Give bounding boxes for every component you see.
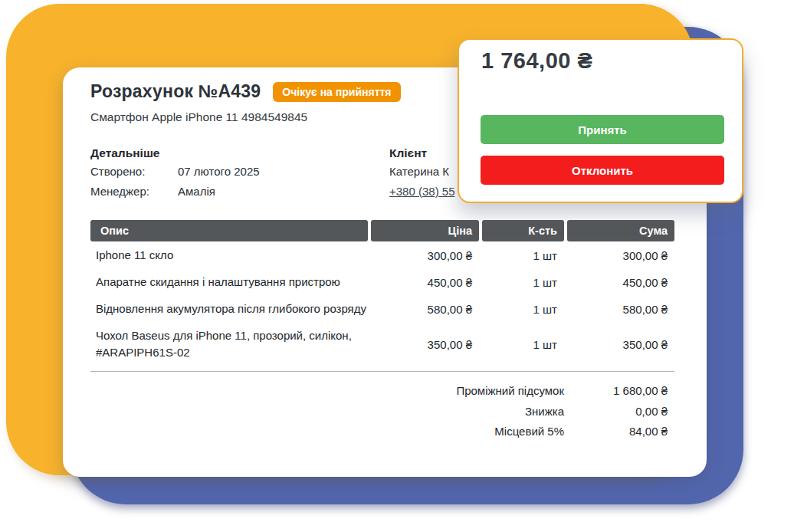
item-sum: 350,00 ₴ xyxy=(567,338,674,351)
discount-label: Знижка xyxy=(90,402,564,422)
table-row: Iphone 11 скло 300,00 ₴ 1 шт 300,00 ₴ xyxy=(90,241,674,268)
item-sum: 580,00 ₴ xyxy=(567,303,674,316)
item-price: 350,00 ₴ xyxy=(371,338,479,351)
item-sum: 450,00 ₴ xyxy=(567,276,674,289)
created-label: Створено: xyxy=(90,162,178,182)
items-table-header: Опис Ціна К-сть Сума xyxy=(90,220,674,241)
popup-total-amount: 1 764,00 ₴ xyxy=(481,48,592,74)
page-title: Розрахунок №А439 xyxy=(90,81,261,102)
manager-label: Менеджер: xyxy=(90,182,178,202)
tax-value: 84,00 ₴ xyxy=(564,422,674,442)
item-description: Відновлення акумулятора після глибокого … xyxy=(90,300,368,317)
details-column: Детальніше Створено: 07 лютого 2025 Мене… xyxy=(90,145,389,201)
table-row: Апаратне скидання і налаштування пристро… xyxy=(90,268,674,295)
discount-row: Знижка 0,00 ₴ xyxy=(90,402,674,422)
popup-buttons: Принять Отклонить xyxy=(481,115,724,185)
subtotal-label: Проміжний підсумок xyxy=(90,381,564,402)
client-name: Катерина К xyxy=(389,162,454,182)
column-header-description: Опис xyxy=(90,220,368,241)
decline-button[interactable]: Отклонить xyxy=(481,156,724,185)
details-heading: Детальніше xyxy=(90,145,389,162)
item-qty: 1 шт xyxy=(482,276,564,289)
details-row: Менеджер: Амалія xyxy=(90,182,389,202)
item-price: 300,00 ₴ xyxy=(371,249,479,262)
item-qty: 1 шт xyxy=(482,338,564,351)
item-price: 450,00 ₴ xyxy=(371,276,479,289)
table-row: Відновлення акумулятора після глибокого … xyxy=(90,295,674,322)
column-header-sum: Сума xyxy=(567,220,674,241)
column-header-qty: К-сть xyxy=(482,220,564,241)
item-qty: 1 шт xyxy=(482,249,564,262)
item-description: Апаратне скидання і налаштування пристро… xyxy=(90,274,368,291)
item-sum: 300,00 ₴ xyxy=(567,249,674,262)
approval-popup: 1 764,00 ₴ Принять Отклонить xyxy=(458,38,743,203)
hero-illustration: Розрахунок №А439 Очікує на прийняття Сма… xyxy=(0,0,794,532)
client-phone-link[interactable]: +380 (38) 55 xyxy=(389,185,454,198)
totals-section: Проміжний підсумок 1 680,00 ₴ Знижка 0,0… xyxy=(90,381,674,442)
subtotal-value: 1 680,00 ₴ xyxy=(564,381,674,402)
discount-value: 0,00 ₴ xyxy=(564,402,674,422)
created-value: 07 лютого 2025 xyxy=(178,162,260,182)
item-description: Чохол Baseus для iPhone 11, прозорий, си… xyxy=(90,327,368,361)
subtotal-row: Проміжний підсумок 1 680,00 ₴ xyxy=(90,381,674,402)
manager-value: Амалія xyxy=(178,182,215,202)
accept-button[interactable]: Принять xyxy=(481,115,724,144)
items-table: Опис Ціна К-сть Сума Iphone 11 скло 300,… xyxy=(90,220,674,366)
client-heading: Клієнт xyxy=(389,145,454,162)
totals-divider xyxy=(90,371,674,372)
client-column: Клієнт Катерина К +380 (38) 55 xyxy=(389,145,454,201)
item-qty: 1 шт xyxy=(482,303,564,316)
item-price: 580,00 ₴ xyxy=(371,303,479,316)
tax-label: Місцевий 5% xyxy=(90,422,564,442)
column-header-price: Ціна xyxy=(371,220,479,241)
tax-row: Місцевий 5% 84,00 ₴ xyxy=(90,422,674,442)
status-badge: Очікує на прийняття xyxy=(273,82,400,102)
details-row: Створено: 07 лютого 2025 xyxy=(90,162,389,182)
item-description: Iphone 11 скло xyxy=(90,247,368,264)
table-row: Чохол Baseus для iPhone 11, прозорий, си… xyxy=(90,322,674,366)
